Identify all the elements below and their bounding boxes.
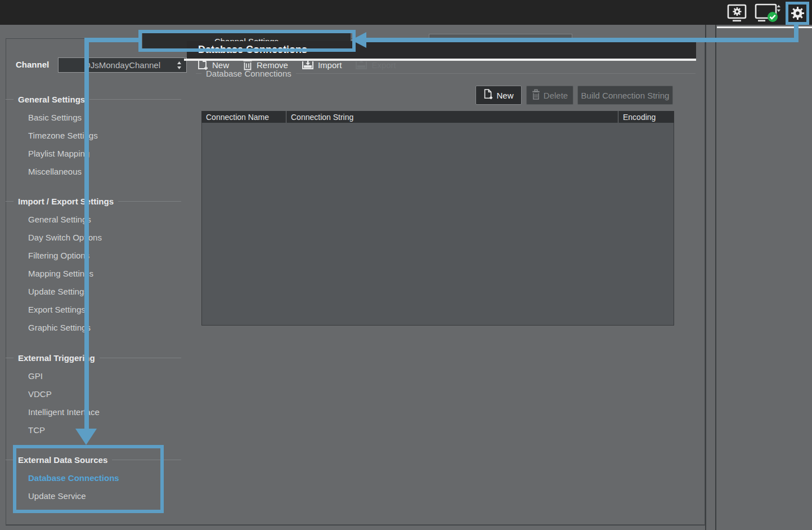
connections-table-body[interactable] [201,123,674,326]
annotation-gear-highlight-box [786,2,809,25]
annotation-external-data-sources-highlight-box [13,445,164,513]
monitor-status-ok-icon[interactable] [755,3,783,25]
panel-divider [705,25,706,530]
annotation-line [366,38,798,42]
build-connection-string-button: Build Connection String [577,86,673,105]
sidebar-item-export-settings[interactable]: Export Settings [28,304,86,315]
trash-icon [532,89,540,102]
column-encoding[interactable]: Encoding [618,111,674,123]
delete-connection-button: Delete [526,86,573,105]
channel-label: Channel [16,60,49,69]
sidebar-item-tcp[interactable]: TCP [28,424,45,435]
annotation-channel-tab-highlight-box [138,30,356,52]
sidebar-item-graphic-settings[interactable]: Graphic Settings [28,322,91,333]
sidebar-item-mapping-settings[interactable]: Mapping Settings [28,268,93,279]
sidebar-item-general-settings[interactable]: General Settings [28,213,91,225]
sidebar-item-update-settings[interactable]: Update Settings [28,286,88,297]
group-box-title: Database Connections [206,69,291,78]
sidebar-item-vdcp[interactable]: VDCP [28,388,52,399]
sidebar-item-day-switch-options[interactable]: Day Switch Options [28,231,102,243]
connections-table-header: Connection Name Connection String Encodi… [201,111,674,123]
page-title-underline [184,59,696,61]
channel-select-value: DJsMondayChannel [84,60,160,70]
spinner-arrows-icon[interactable] [177,61,182,72]
new-document-icon [483,88,493,102]
sidebar-item-miscellaneous[interactable]: Miscellaneous [28,166,82,177]
sidebar-item-basic-settings[interactable]: Basic Settings [28,112,82,123]
title-bar [0,0,812,25]
section-external-triggering: External Triggering [6,352,181,363]
new-connection-label: New [496,91,513,100]
new-connection-button[interactable]: New [475,86,522,105]
channel-select[interactable]: DJsMondayChannel [58,57,187,73]
column-connection-string[interactable]: Connection String [286,111,618,123]
build-connection-string-label: Build Connection String [581,91,670,100]
section-import-export-settings: Import / Export Settings [6,195,181,207]
annotation-line [86,38,138,42]
sidebar-item-gpi[interactable]: GPI [28,370,43,381]
window-divider [715,25,716,530]
connections-table: Connection Name Connection String Encodi… [201,111,674,326]
annotation-line [84,38,89,430]
sidebar-item-playlist-mapping[interactable]: Playlist Mapping [28,148,89,159]
annotation-arrowhead-down [75,429,97,445]
section-general-settings: General Settings [6,93,181,105]
monitor-settings-icon[interactable] [726,4,748,24]
sidebar-item-filtering-options[interactable]: Filtering Options [28,250,89,261]
group-box-database-connections: Database Connections [196,68,696,79]
column-connection-name[interactable]: Connection Name [201,111,286,123]
delete-connection-label: Delete [544,91,568,100]
